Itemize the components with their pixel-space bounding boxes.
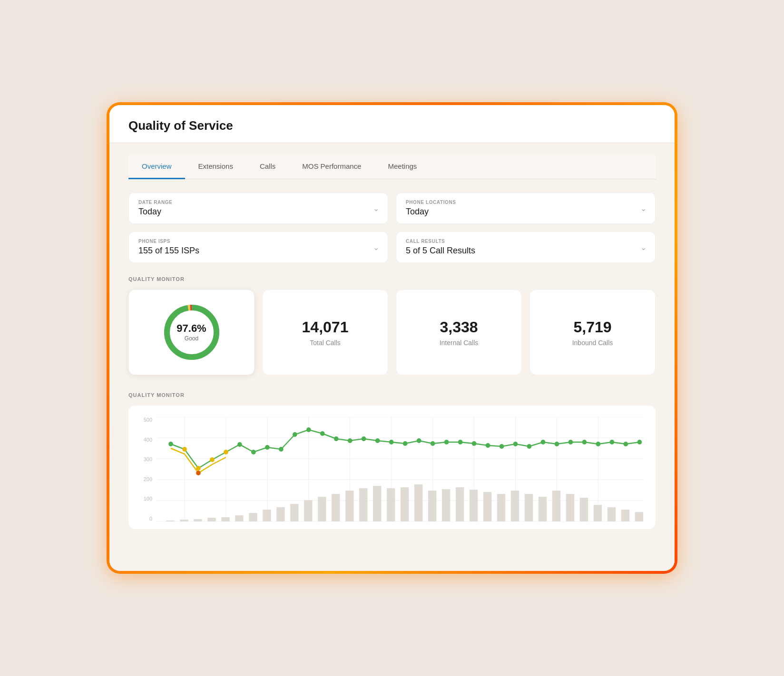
svg-rect-48 bbox=[539, 497, 547, 521]
svg-point-89 bbox=[624, 442, 628, 446]
svg-point-74 bbox=[417, 438, 421, 443]
svg-rect-27 bbox=[249, 513, 257, 521]
y-label-500: 500 bbox=[140, 417, 152, 423]
svg-rect-43 bbox=[470, 490, 478, 521]
donut-chart: 97.6% Good bbox=[161, 301, 223, 363]
svg-point-79 bbox=[486, 443, 490, 448]
svg-rect-23 bbox=[194, 519, 202, 521]
svg-rect-34 bbox=[345, 491, 353, 521]
tab-extensions[interactable]: Extensions bbox=[185, 155, 246, 179]
donut-card: 97.6% Good bbox=[128, 290, 255, 375]
outer-frame: Quality of Service Overview Extensions C… bbox=[107, 102, 677, 574]
internal-calls-label: Internal Calls bbox=[440, 339, 479, 347]
svg-point-63 bbox=[265, 445, 270, 450]
svg-rect-51 bbox=[580, 498, 588, 521]
y-label-400: 400 bbox=[140, 437, 152, 443]
svg-point-75 bbox=[431, 441, 435, 446]
date-range-label: DATE RANGE bbox=[138, 200, 378, 205]
svg-point-86 bbox=[582, 440, 587, 444]
donut-label: Good bbox=[176, 335, 206, 342]
svg-point-71 bbox=[375, 438, 380, 443]
phone-locations-value: Today bbox=[406, 207, 646, 217]
date-range-filter[interactable]: DATE RANGE Today ⌄ bbox=[128, 193, 388, 224]
internal-calls-number: 3,338 bbox=[440, 319, 478, 336]
svg-rect-33 bbox=[332, 494, 340, 521]
svg-rect-46 bbox=[511, 491, 519, 521]
svg-rect-42 bbox=[456, 487, 464, 521]
svg-point-88 bbox=[610, 440, 615, 444]
svg-point-72 bbox=[389, 440, 394, 444]
content-area: Overview Extensions Calls MOS Performanc… bbox=[109, 143, 675, 571]
svg-rect-28 bbox=[263, 510, 271, 521]
svg-rect-54 bbox=[621, 510, 629, 521]
y-label-300: 300 bbox=[140, 456, 152, 462]
chart-section-label: QUALITY MONITOR bbox=[128, 392, 656, 398]
tab-overview[interactable]: Overview bbox=[128, 155, 185, 179]
phone-locations-label: PHONE LOCATIONS bbox=[406, 200, 646, 205]
svg-point-62 bbox=[251, 450, 256, 454]
phone-isps-value: 155 of 155 ISPs bbox=[138, 246, 378, 256]
donut-center: 97.6% Good bbox=[176, 323, 206, 342]
svg-rect-53 bbox=[608, 507, 616, 521]
internal-calls-card: 3,338 Internal Calls bbox=[396, 290, 522, 375]
svg-rect-40 bbox=[428, 491, 436, 521]
filters-grid: DATE RANGE Today ⌄ PHONE LOCATIONS Today… bbox=[128, 193, 656, 263]
monitor-cards: 97.6% Good 14,071 Total Calls 3,338 Inte… bbox=[128, 290, 656, 375]
tab-calls[interactable]: Calls bbox=[246, 155, 289, 179]
phone-isps-filter[interactable]: PHONE ISPS 155 of 155 ISPs ⌄ bbox=[128, 232, 388, 263]
date-range-chevron-icon: ⌄ bbox=[373, 204, 379, 213]
svg-rect-49 bbox=[552, 491, 560, 521]
svg-point-65 bbox=[293, 432, 297, 437]
svg-rect-36 bbox=[373, 486, 381, 521]
svg-point-90 bbox=[637, 440, 642, 444]
svg-point-59 bbox=[210, 457, 215, 462]
call-results-filter[interactable]: CALL RESULTS 5 of 5 Call Results ⌄ bbox=[396, 232, 656, 263]
tabs-bar: Overview Extensions Calls MOS Performanc… bbox=[128, 155, 656, 179]
y-label-100: 100 bbox=[140, 496, 152, 502]
svg-rect-24 bbox=[207, 518, 216, 521]
phone-isps-label: PHONE ISPS bbox=[138, 239, 378, 244]
svg-rect-22 bbox=[180, 520, 188, 521]
svg-point-68 bbox=[334, 436, 339, 441]
svg-point-66 bbox=[306, 427, 311, 432]
svg-point-56 bbox=[168, 442, 173, 446]
svg-point-83 bbox=[541, 440, 546, 444]
svg-rect-39 bbox=[414, 484, 422, 521]
svg-point-77 bbox=[458, 440, 463, 444]
svg-point-87 bbox=[596, 442, 601, 446]
svg-point-80 bbox=[500, 444, 504, 449]
svg-point-61 bbox=[237, 442, 242, 447]
svg-rect-29 bbox=[276, 507, 284, 521]
svg-point-91 bbox=[196, 471, 201, 475]
svg-rect-21 bbox=[166, 521, 174, 521]
inbound-calls-card: 5,719 Inbound Calls bbox=[529, 290, 656, 375]
tab-meetings[interactable]: Meetings bbox=[374, 155, 430, 179]
svg-rect-55 bbox=[635, 512, 643, 521]
svg-point-73 bbox=[403, 441, 408, 446]
main-card: Quality of Service Overview Extensions C… bbox=[109, 105, 675, 571]
svg-point-69 bbox=[348, 438, 353, 443]
phone-locations-chevron-icon: ⌄ bbox=[640, 204, 647, 213]
date-range-value: Today bbox=[138, 207, 378, 217]
y-label-200: 200 bbox=[140, 476, 152, 482]
svg-rect-32 bbox=[318, 497, 326, 521]
svg-point-60 bbox=[224, 450, 228, 454]
svg-rect-30 bbox=[290, 504, 298, 521]
total-calls-label: Total Calls bbox=[310, 339, 341, 347]
page-title: Quality of Service bbox=[128, 118, 656, 133]
svg-rect-26 bbox=[235, 515, 243, 521]
tab-mos[interactable]: MOS Performance bbox=[289, 155, 374, 179]
call-results-value: 5 of 5 Call Results bbox=[406, 246, 646, 256]
svg-point-57 bbox=[182, 447, 187, 452]
chart-canvas bbox=[157, 417, 644, 521]
total-calls-number: 14,071 bbox=[302, 319, 349, 336]
svg-point-70 bbox=[362, 436, 366, 441]
phone-locations-filter[interactable]: PHONE LOCATIONS Today ⌄ bbox=[396, 193, 656, 224]
chart-section: 500 400 300 200 100 0 bbox=[128, 406, 656, 529]
donut-percentage: 97.6% bbox=[176, 323, 206, 334]
call-results-chevron-icon: ⌄ bbox=[640, 243, 647, 252]
svg-point-76 bbox=[444, 440, 449, 444]
svg-rect-38 bbox=[401, 487, 409, 521]
page-header: Quality of Service bbox=[109, 105, 675, 143]
phone-isps-chevron-icon: ⌄ bbox=[373, 243, 379, 252]
